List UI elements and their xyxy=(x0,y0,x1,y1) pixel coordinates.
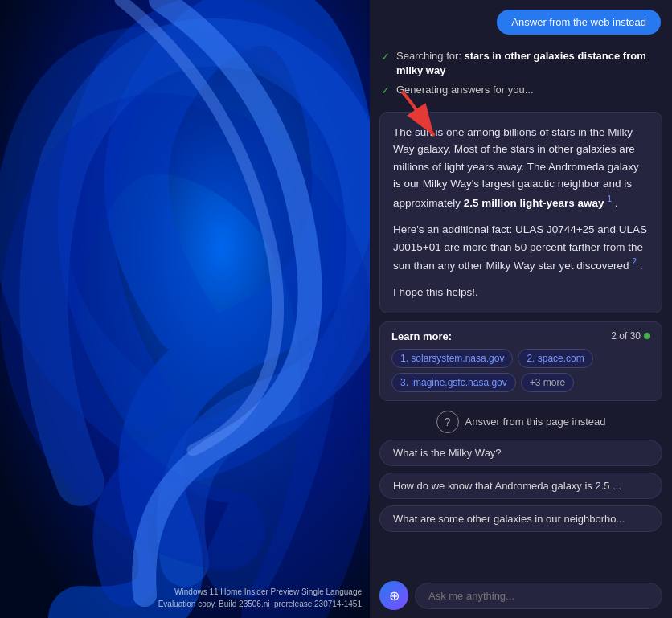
answer-text-2: Here's an additional fact: ULAS J0744+25… xyxy=(393,223,647,272)
scroll-content: ✓ Searching for: stars in other galaxies… xyxy=(370,44,672,618)
ref-2: 2 xyxy=(630,257,637,266)
answer-period-2: . xyxy=(637,260,643,272)
check-icon-1: ✓ xyxy=(381,50,390,64)
bottom-section: ? Answer from this page instead What is … xyxy=(370,411,672,532)
os-info: Windows 11 Home Insider Preview Single L… xyxy=(158,586,362,610)
red-arrow xyxy=(386,84,458,148)
bing-sidebar: Answer from the web instead ✓ Searching … xyxy=(370,0,672,618)
suggestion-button-2[interactable]: How do we know that Andromeda galaxy is … xyxy=(379,473,662,499)
answer-text-3: I hope this helps!. xyxy=(393,286,478,298)
web-answer-button[interactable]: Answer from the web instead xyxy=(497,10,661,35)
learn-more-label: Learn more: xyxy=(391,330,452,342)
input-area: ⊕ xyxy=(370,573,672,618)
question-mark-icon: ? xyxy=(445,415,451,428)
green-dot-icon xyxy=(644,333,650,339)
page-count: 2 of 30 xyxy=(611,330,650,342)
learn-more-section: Learn more: 2 of 30 1. solarsystem.nasa.… xyxy=(379,321,662,401)
source-chip-1[interactable]: 1. solarsystem.nasa.gov xyxy=(391,349,513,368)
answer-paragraph-3: I hope this helps!. xyxy=(393,284,649,301)
question-icon: ? xyxy=(436,411,459,433)
ask-input[interactable] xyxy=(415,583,662,609)
page-answer-button[interactable]: Answer from this page instead xyxy=(465,415,606,428)
os-info-line2: Evaluation copy. Build 23506.ni_prerelea… xyxy=(158,598,362,610)
os-info-line1: Windows 11 Home Insider Preview Single L… xyxy=(158,586,362,598)
suggestion-button-3[interactable]: What are some other galaxies in our neig… xyxy=(379,505,662,532)
source-chip-2[interactable]: 2. space.com xyxy=(518,349,592,368)
source-chip-more[interactable]: +3 more xyxy=(521,373,574,392)
bing-avatar-icon: ⊕ xyxy=(389,588,400,604)
sources-row: 1. solarsystem.nasa.gov 2. space.com 3. … xyxy=(391,349,650,392)
searching-text: Searching for: stars in other galaxies d… xyxy=(396,49,661,78)
learn-more-header: Learn more: 2 of 30 xyxy=(391,330,650,342)
suggestion-button-1[interactable]: What is the Milky Way? xyxy=(379,440,662,466)
top-bar: Answer from the web instead xyxy=(370,0,672,44)
ref-1: 1 xyxy=(605,194,612,203)
searching-status: ✓ Searching for: stars in other galaxies… xyxy=(381,49,661,78)
answer-highlight: 2.5 million light-years away xyxy=(464,196,604,208)
wallpaper: Windows 11 Home Insider Preview Single L… xyxy=(0,0,370,618)
answer-paragraph-2: Here's an additional fact: ULAS J0744+25… xyxy=(393,221,649,274)
page-answer-row: ? Answer from this page instead xyxy=(379,411,662,433)
bing-avatar: ⊕ xyxy=(379,581,408,610)
answer-period-1: . xyxy=(612,196,618,208)
source-chip-3[interactable]: 3. imagine.gsfc.nasa.gov xyxy=(391,373,516,392)
